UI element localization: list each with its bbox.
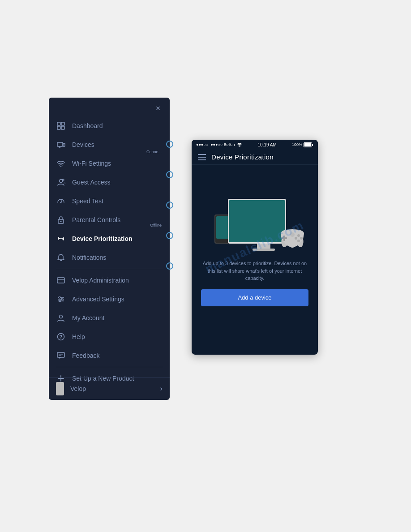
- close-button[interactable]: ×: [153, 103, 163, 114]
- speedtest-label: Speed Test: [72, 197, 103, 205]
- sidebar-item-admin[interactable]: Velop Administration: [49, 271, 170, 290]
- phone-content: Add up to 3 devices to prioritize. Devic…: [192, 165, 318, 313]
- svg-point-13: [60, 221, 62, 222]
- lock-icon: [56, 215, 66, 225]
- svg-point-21: [61, 298, 63, 300]
- phone-panel: ●●●○○ ●●●○○ Belkin 10:19 AM 100%: [192, 140, 318, 355]
- wifi-status-icon: [237, 142, 242, 147]
- wifi-settings-label: Wi-Fi Settings: [72, 160, 111, 167]
- battery-info: 100%: [292, 142, 313, 147]
- carrier-name: ●●●○○ Belkin: [210, 142, 235, 147]
- velop-device-icon: [56, 382, 64, 395]
- status-circle-4: [166, 232, 173, 239]
- status-circle-5: [166, 262, 173, 270]
- dashboard-label: Dashboard: [72, 122, 103, 129]
- prioritization-label: Device Prioritization: [72, 235, 133, 242]
- svg-point-25: [60, 339, 61, 339]
- sliders-icon: [56, 294, 66, 304]
- sidebar-item-advanced[interactable]: Advanced Settings: [49, 290, 170, 309]
- signal-dots: ●●●○○: [196, 142, 208, 147]
- bell-icon: [56, 253, 66, 262]
- sidebar-item-account[interactable]: My Account: [49, 309, 170, 327]
- dashboard-icon: [56, 121, 66, 131]
- status-circle-2: [166, 171, 173, 178]
- svg-point-11: [60, 202, 62, 203]
- sidebar-item-guest[interactable]: Guest Access: [49, 173, 170, 192]
- parental-controls-label: Parental Controls: [72, 216, 120, 223]
- svg-point-31: [240, 146, 240, 147]
- svg-rect-26: [57, 352, 64, 357]
- feedback-icon: [56, 351, 66, 360]
- sidebar-item-speedtest[interactable]: Speed Test: [49, 192, 170, 210]
- sidebar-item-help[interactable]: Help: [49, 327, 170, 346]
- question-icon: [56, 332, 66, 342]
- admin-icon: [56, 275, 66, 285]
- svg-point-10: [62, 179, 64, 181]
- sidebar-item-prioritization[interactable]: Device Prioritization: [49, 229, 170, 248]
- speedometer-icon: [56, 196, 66, 206]
- svg-point-42: [297, 240, 300, 242]
- monitor-base-graphic: [253, 249, 275, 251]
- status-circle-1: [166, 141, 173, 148]
- devices-label: Devices: [72, 141, 94, 148]
- svg-rect-1: [61, 122, 64, 125]
- svg-point-20: [59, 296, 60, 298]
- guest-access-label: Guest Access: [72, 179, 111, 186]
- notifications-label: Notifications: [72, 254, 106, 261]
- sidebar-item-feedback[interactable]: Feedback: [49, 346, 170, 365]
- connected-label: Conne...: [146, 150, 162, 154]
- svg-rect-0: [57, 122, 60, 125]
- svg-rect-39: [282, 237, 287, 239]
- carrier-info: ●●●○○ ●●●○○ Belkin: [196, 142, 242, 147]
- svg-point-23: [60, 315, 63, 318]
- add-device-button[interactable]: Add a device: [201, 289, 308, 306]
- device-illustration: [201, 172, 308, 253]
- sidebar-item-notifications[interactable]: Notifications: [49, 248, 170, 267]
- svg-point-43: [295, 237, 297, 240]
- hamburger-menu-icon[interactable]: [198, 154, 206, 160]
- person-icon: [56, 313, 66, 323]
- wifi-icon: [56, 159, 66, 168]
- guest-icon: [56, 177, 66, 187]
- velop-label: Velop: [70, 385, 86, 392]
- advanced-settings-label: Advanced Settings: [72, 296, 124, 303]
- sidebar-item-dashboard[interactable]: Dashboard: [49, 116, 170, 135]
- svg-point-22: [59, 300, 61, 302]
- priority-icon: [56, 234, 66, 244]
- add-device-label: Add a device: [238, 294, 271, 301]
- svg-rect-4: [57, 142, 63, 146]
- help-label: Help: [72, 333, 85, 340]
- sidebar-item-wifi[interactable]: Wi-Fi Settings: [49, 154, 170, 173]
- sidebar-item-velop[interactable]: Velop ›: [49, 377, 170, 400]
- divider-1: [56, 269, 163, 269]
- battery-percent: 100%: [292, 142, 302, 147]
- divider-2: [56, 367, 163, 367]
- phone-statusbar: ●●●○○ ●●●○○ Belkin 10:19 AM 100%: [192, 140, 318, 150]
- description-text: Add up to 3 devices to prioritize. Devic…: [199, 260, 311, 282]
- svg-rect-34: [304, 143, 311, 146]
- svg-point-41: [300, 237, 303, 240]
- sidebar: × Dashboard: [49, 98, 170, 400]
- svg-rect-3: [61, 126, 64, 129]
- offline-label: Offline: [150, 223, 162, 227]
- devices-icon: [56, 140, 66, 150]
- svg-rect-33: [312, 144, 313, 146]
- svg-rect-15: [57, 278, 64, 283]
- sidebar-nav: Dashboard Devices: [49, 116, 170, 388]
- svg-rect-5: [63, 143, 65, 146]
- status-circle-group: [166, 141, 173, 270]
- battery-icon: [304, 142, 313, 147]
- gamepad-graphic: [276, 226, 308, 249]
- svg-point-40: [297, 234, 300, 237]
- svg-rect-2: [57, 126, 60, 129]
- chevron-right-icon: ›: [160, 385, 163, 393]
- feedback-label: Feedback: [72, 352, 99, 359]
- svg-point-8: [60, 166, 61, 167]
- phone-time: 10:19 AM: [258, 142, 277, 147]
- phone-topbar: Device Prioritization: [192, 150, 318, 165]
- status-circle-3: [166, 202, 173, 209]
- sidebar-header: ×: [49, 98, 170, 116]
- phone-page-title: Device Prioritization: [211, 153, 274, 161]
- admin-label: Velop Administration: [72, 277, 129, 284]
- account-label: My Account: [72, 314, 104, 322]
